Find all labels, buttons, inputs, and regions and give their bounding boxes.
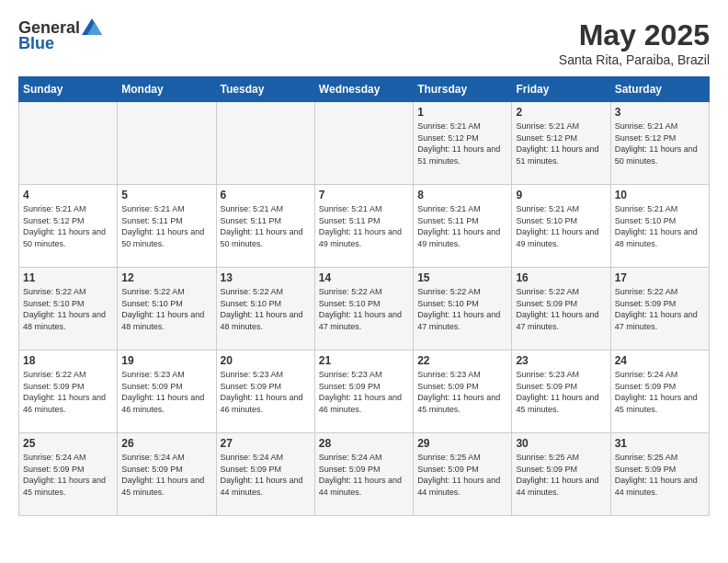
day-info: Sunrise: 5:21 AM Sunset: 5:12 PM Dayligh… (23, 203, 113, 249)
day-number: 22 (417, 354, 507, 367)
day-info: Sunrise: 5:22 AM Sunset: 5:10 PM Dayligh… (417, 286, 507, 332)
table-row: 16Sunrise: 5:22 AM Sunset: 5:09 PM Dayli… (512, 268, 610, 350)
title-area: May 2025 Santa Rita, Paraiba, Brazil (559, 18, 710, 67)
day-number: 5 (121, 189, 211, 201)
day-info: Sunrise: 5:25 AM Sunset: 5:09 PM Dayligh… (516, 452, 606, 498)
day-number: 23 (516, 354, 606, 367)
table-row: 24Sunrise: 5:24 AM Sunset: 5:09 PM Dayli… (610, 350, 709, 433)
day-info: Sunrise: 5:21 AM Sunset: 5:11 PM Dayligh… (121, 203, 211, 249)
logo: General Blue (18, 18, 102, 53)
day-number: 28 (319, 437, 409, 450)
day-number: 16 (516, 271, 606, 284)
day-info: Sunrise: 5:22 AM Sunset: 5:09 PM Dayligh… (615, 286, 705, 332)
table-row: 1Sunrise: 5:21 AM Sunset: 5:12 PM Daylig… (414, 102, 512, 185)
table-row: 28Sunrise: 5:24 AM Sunset: 5:09 PM Dayli… (314, 433, 413, 516)
table-row: 4Sunrise: 5:21 AM Sunset: 5:12 PM Daylig… (19, 185, 118, 268)
day-info: Sunrise: 5:22 AM Sunset: 5:10 PM Dayligh… (23, 286, 113, 332)
table-row: 29Sunrise: 5:25 AM Sunset: 5:09 PM Dayli… (414, 433, 512, 516)
calendar-week-row: 11Sunrise: 5:22 AM Sunset: 5:10 PM Dayli… (19, 268, 710, 350)
day-info: Sunrise: 5:21 AM Sunset: 5:10 PM Dayligh… (516, 203, 606, 249)
table-row: 15Sunrise: 5:22 AM Sunset: 5:10 PM Dayli… (414, 268, 512, 350)
header-sunday: Sunday (19, 77, 118, 102)
day-info: Sunrise: 5:21 AM Sunset: 5:12 PM Dayligh… (516, 121, 606, 167)
table-row: 8Sunrise: 5:21 AM Sunset: 5:11 PM Daylig… (414, 185, 512, 268)
table-row (118, 102, 216, 185)
day-info: Sunrise: 5:21 AM Sunset: 5:11 PM Dayligh… (319, 203, 409, 249)
day-number: 10 (615, 189, 705, 201)
header-tuesday: Tuesday (216, 77, 314, 102)
day-info: Sunrise: 5:23 AM Sunset: 5:09 PM Dayligh… (319, 369, 409, 415)
day-info: Sunrise: 5:21 AM Sunset: 5:11 PM Dayligh… (221, 203, 311, 249)
table-row: 21Sunrise: 5:23 AM Sunset: 5:09 PM Dayli… (314, 350, 413, 433)
day-info: Sunrise: 5:25 AM Sunset: 5:09 PM Dayligh… (417, 452, 507, 498)
day-number: 8 (417, 189, 507, 201)
day-info: Sunrise: 5:24 AM Sunset: 5:09 PM Dayligh… (319, 452, 409, 498)
table-row: 17Sunrise: 5:22 AM Sunset: 5:09 PM Dayli… (610, 268, 709, 350)
day-info: Sunrise: 5:23 AM Sunset: 5:09 PM Dayligh… (516, 369, 606, 415)
table-row: 11Sunrise: 5:22 AM Sunset: 5:10 PM Dayli… (19, 268, 118, 350)
table-row: 2Sunrise: 5:21 AM Sunset: 5:12 PM Daylig… (512, 102, 610, 185)
day-number: 15 (417, 271, 507, 284)
day-number: 18 (23, 354, 113, 367)
day-info: Sunrise: 5:21 AM Sunset: 5:11 PM Dayligh… (417, 203, 507, 249)
table-row: 9Sunrise: 5:21 AM Sunset: 5:10 PM Daylig… (512, 185, 610, 268)
table-row: 25Sunrise: 5:24 AM Sunset: 5:09 PM Dayli… (19, 433, 118, 516)
calendar-week-row: 1Sunrise: 5:21 AM Sunset: 5:12 PM Daylig… (19, 102, 710, 185)
day-number: 7 (319, 189, 409, 201)
day-info: Sunrise: 5:24 AM Sunset: 5:09 PM Dayligh… (221, 452, 311, 498)
table-row: 27Sunrise: 5:24 AM Sunset: 5:09 PM Dayli… (216, 433, 314, 516)
weekday-header-row: Sunday Monday Tuesday Wednesday Thursday… (19, 77, 710, 102)
day-number: 20 (221, 354, 311, 367)
header-wednesday: Wednesday (314, 77, 413, 102)
table-row (314, 102, 413, 185)
day-number: 27 (221, 437, 311, 450)
day-number: 14 (319, 271, 409, 284)
table-row (19, 102, 118, 185)
day-info: Sunrise: 5:22 AM Sunset: 5:09 PM Dayligh… (516, 286, 606, 332)
table-row (216, 102, 314, 185)
day-info: Sunrise: 5:25 AM Sunset: 5:09 PM Dayligh… (615, 452, 705, 498)
day-info: Sunrise: 5:21 AM Sunset: 5:12 PM Dayligh… (417, 121, 507, 167)
day-info: Sunrise: 5:22 AM Sunset: 5:10 PM Dayligh… (221, 286, 311, 332)
day-number: 9 (516, 189, 606, 201)
calendar-title: May 2025 (559, 18, 710, 52)
day-number: 1 (417, 106, 507, 119)
table-row: 26Sunrise: 5:24 AM Sunset: 5:09 PM Dayli… (118, 433, 216, 516)
calendar-subtitle: Santa Rita, Paraiba, Brazil (559, 52, 710, 67)
day-number: 3 (615, 106, 705, 119)
table-row: 12Sunrise: 5:22 AM Sunset: 5:10 PM Dayli… (118, 268, 216, 350)
day-number: 31 (615, 437, 705, 450)
table-row: 31Sunrise: 5:25 AM Sunset: 5:09 PM Dayli… (610, 433, 709, 516)
day-number: 12 (121, 271, 211, 284)
day-info: Sunrise: 5:21 AM Sunset: 5:10 PM Dayligh… (615, 203, 705, 249)
calendar-week-row: 25Sunrise: 5:24 AM Sunset: 5:09 PM Dayli… (19, 433, 710, 516)
header-monday: Monday (118, 77, 216, 102)
day-number: 19 (121, 354, 211, 367)
table-row: 7Sunrise: 5:21 AM Sunset: 5:11 PM Daylig… (314, 185, 413, 268)
day-number: 4 (23, 189, 113, 201)
day-number: 24 (615, 354, 705, 367)
day-info: Sunrise: 5:24 AM Sunset: 5:09 PM Dayligh… (121, 452, 211, 498)
table-row: 6Sunrise: 5:21 AM Sunset: 5:11 PM Daylig… (216, 185, 314, 268)
day-info: Sunrise: 5:22 AM Sunset: 5:09 PM Dayligh… (23, 369, 113, 415)
day-info: Sunrise: 5:21 AM Sunset: 5:12 PM Dayligh… (615, 121, 705, 167)
day-number: 29 (417, 437, 507, 450)
header-friday: Friday (512, 77, 610, 102)
day-number: 11 (23, 271, 113, 284)
day-number: 26 (121, 437, 211, 450)
table-row: 20Sunrise: 5:23 AM Sunset: 5:09 PM Dayli… (216, 350, 314, 433)
day-info: Sunrise: 5:23 AM Sunset: 5:09 PM Dayligh… (417, 369, 507, 415)
day-number: 6 (221, 189, 311, 201)
table-row: 22Sunrise: 5:23 AM Sunset: 5:09 PM Dayli… (414, 350, 512, 433)
header-area: General Blue May 2025 Santa Rita, Paraib… (18, 18, 710, 67)
day-number: 25 (23, 437, 113, 450)
logo-text-blue: Blue (18, 34, 54, 53)
table-row: 13Sunrise: 5:22 AM Sunset: 5:10 PM Dayli… (216, 268, 314, 350)
day-number: 21 (319, 354, 409, 367)
day-number: 17 (615, 271, 705, 284)
table-row: 3Sunrise: 5:21 AM Sunset: 5:12 PM Daylig… (610, 102, 709, 185)
day-info: Sunrise: 5:24 AM Sunset: 5:09 PM Dayligh… (615, 369, 705, 415)
day-info: Sunrise: 5:22 AM Sunset: 5:10 PM Dayligh… (121, 286, 211, 332)
day-info: Sunrise: 5:23 AM Sunset: 5:09 PM Dayligh… (221, 369, 311, 415)
day-info: Sunrise: 5:23 AM Sunset: 5:09 PM Dayligh… (121, 369, 211, 415)
